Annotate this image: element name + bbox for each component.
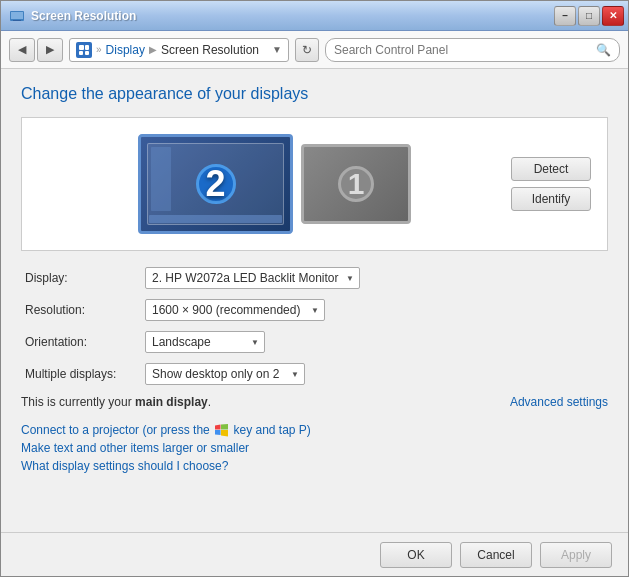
orientation-select[interactable]: Landscape [145,331,265,353]
info-bold: main display [135,395,208,409]
refresh-button[interactable]: ↻ [295,38,319,62]
multiple-displays-select-wrapper: Show desktop only on 2 [145,363,305,385]
monitor-2-number: 2 [196,164,236,204]
connect-projector-anchor[interactable]: Connect to a projector [21,423,139,437]
connect-projector-text2: key and tap P) [233,423,310,437]
svg-rect-3 [79,45,84,50]
breadcrumb-sep2: ▶ [149,44,157,55]
multiple-displays-row: Multiple displays: Show desktop only on … [25,363,604,385]
title-bar-left: Screen Resolution [9,8,136,24]
breadcrumb-current: Screen Resolution [161,43,259,57]
back-button[interactable]: ◀ [9,38,35,62]
control-panel-icon [76,42,92,58]
search-icon: 🔍 [596,43,611,57]
monitors-container: 2 1 [38,134,511,234]
make-text-link[interactable]: Make text and other items larger or smal… [21,441,608,455]
page-title: Change the appearance of your displays [21,85,608,103]
resolution-select-wrapper: 1600 × 900 (recommended) [145,299,325,321]
form-section: Display: 2. HP W2072a LED Backlit Monito… [21,267,608,385]
nav-buttons: ◀ ▶ [9,38,63,62]
main-display-info: This is currently your main display. [21,395,211,409]
bottom-bar: OK Cancel Apply [1,532,628,576]
multiple-displays-select[interactable]: Show desktop only on 2 [145,363,305,385]
maximize-button[interactable]: □ [578,6,600,26]
window-title: Screen Resolution [31,9,136,23]
display-label: Display: [25,271,145,285]
svg-marker-10 [221,430,228,437]
svg-marker-8 [221,424,228,430]
display-select-wrapper: 2. HP W2072a LED Backlit Monitor [145,267,360,289]
display-settings-link[interactable]: What display settings should I choose? [21,459,608,473]
display-control: 2. HP W2072a LED Backlit Monitor [145,267,360,289]
svg-rect-5 [79,51,83,55]
monitor-1-display[interactable]: 1 [301,144,411,224]
title-buttons: – □ ✕ [554,6,624,26]
breadcrumb-bar: » Display ▶ Screen Resolution ▼ [69,38,289,62]
window-icon [9,8,25,24]
monitor-1-number: 1 [338,166,374,202]
breadcrumb-dropdown[interactable]: ▼ [272,44,282,55]
svg-rect-6 [85,51,89,55]
ok-button[interactable]: OK [380,542,452,568]
svg-rect-4 [85,45,89,50]
close-button[interactable]: ✕ [602,6,624,26]
address-bar: ◀ ▶ » Display ▶ Screen Resolution ▼ ↻ 🔍 [1,31,628,69]
links-section: Connect to a projector (or press the key… [21,423,608,473]
info-post: . [208,395,211,409]
multiple-displays-control: Show desktop only on 2 [145,363,305,385]
display-row: Display: 2. HP W2072a LED Backlit Monito… [25,267,604,289]
svg-marker-7 [215,425,221,430]
apply-button[interactable]: Apply [540,542,612,568]
orientation-label: Orientation: [25,335,145,349]
svg-rect-1 [11,12,23,19]
monitor-2-display[interactable]: 2 [138,134,293,234]
main-window: Screen Resolution – □ ✕ ◀ ▶ » Display [0,0,629,577]
forward-button[interactable]: ▶ [37,38,63,62]
monitor-buttons: Detect Identify [511,157,591,211]
resolution-select[interactable]: 1600 × 900 (recommended) [145,299,325,321]
connect-projector-text1: (or press the [139,423,210,437]
breadcrumb-sep1: » [96,44,102,55]
search-input[interactable] [334,43,592,57]
display-select[interactable]: 2. HP W2072a LED Backlit Monitor [145,267,360,289]
detect-button[interactable]: Detect [511,157,591,181]
resolution-label: Resolution: [25,303,145,317]
svg-marker-9 [215,430,221,435]
cancel-button[interactable]: Cancel [460,542,532,568]
resolution-row: Resolution: 1600 × 900 (recommended) [25,299,604,321]
svg-rect-2 [13,20,21,21]
orientation-control: Landscape [145,331,265,353]
info-row: This is currently your main display. Adv… [21,395,608,409]
connect-projector-link[interactable]: Connect to a projector (or press the key… [21,423,608,437]
monitor-2-taskbar [149,215,282,223]
identify-button[interactable]: Identify [511,187,591,211]
multiple-displays-label: Multiple displays: [25,367,145,381]
minimize-button[interactable]: – [554,6,576,26]
windows-logo-icon [215,424,228,437]
monitor-area: 2 1 Detect Identify [21,117,608,251]
main-content: Change the appearance of your displays 2… [1,69,628,532]
search-box[interactable]: 🔍 [325,38,620,62]
title-bar: Screen Resolution – □ ✕ [1,1,628,31]
breadcrumb-display-link[interactable]: Display [106,43,145,57]
advanced-settings-link[interactable]: Advanced settings [510,395,608,409]
orientation-row: Orientation: Landscape [25,331,604,353]
info-pre: This is currently your [21,395,135,409]
orientation-select-wrapper: Landscape [145,331,265,353]
resolution-control: 1600 × 900 (recommended) [145,299,325,321]
monitor-2-sidebar [151,147,171,211]
